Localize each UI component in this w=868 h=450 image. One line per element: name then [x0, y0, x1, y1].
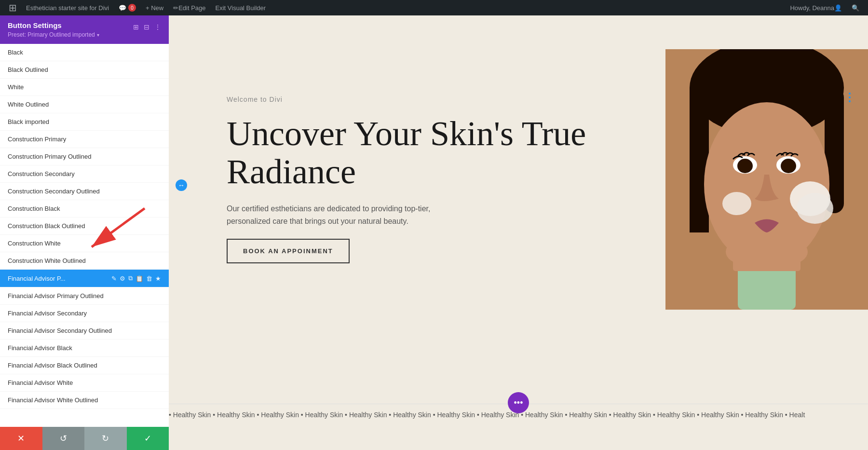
hero-title: Uncover Your Skin's True Radiance — [227, 115, 637, 191]
preset-label-financial-advisor-primary-outlined: Financial Advisor Primary Outlined — [8, 292, 161, 300]
face-illustration — [665, 49, 868, 310]
panel-grid-icon[interactable]: ⊟ — [144, 23, 149, 31]
preset-item-white[interactable]: White — [0, 79, 169, 96]
dot-1 — [849, 93, 851, 95]
preset-label-financial-advisor-white: Financial Advisor White — [8, 379, 161, 386]
panel-preset-dropdown[interactable]: Preset: Primary Outlined imported ▾ — [8, 31, 99, 38]
hero-section: Welcome to Divi Uncover Your Skin's True… — [169, 15, 868, 343]
wordpress-icon: ⊞ — [9, 2, 17, 14]
preset-settings-icon[interactable]: ⚙ — [120, 275, 125, 282]
preset-item-construction-white[interactable]: Construction White — [0, 235, 169, 252]
preset-item-construction-primary-outlined[interactable]: Construction Primary Outlined — [0, 148, 169, 165]
comments-item[interactable]: 💬 0 — [114, 0, 141, 15]
exit-builder-item[interactable]: Exit Visual Builder — [211, 0, 271, 15]
preset-label-financial-advisor-white-outlined: Financial Advisor White Outlined — [8, 396, 161, 404]
preset-item-black-outlined[interactable]: Black Outlined — [0, 61, 169, 79]
preset-item-financial-advisor-primary-outlined[interactable]: Financial Advisor Primary Outlined — [0, 287, 169, 305]
preset-label-construction-black-outlined: Construction Black Outlined — [8, 222, 161, 230]
new-item[interactable]: + New — [141, 0, 168, 15]
preset-item-black[interactable]: Black — [0, 44, 169, 61]
preset-label-black-imported: Black imported — [8, 118, 161, 125]
preset-item-financial-advisor-primary[interactable]: Financial Advisor P... ✎ ⚙ ⧉ 📋 🗑 ★ — [0, 270, 169, 287]
preset-item-construction-primary[interactable]: Construction Primary — [0, 131, 169, 148]
marquee-text: • Healthy Skin • Healthy Skin • Healthy … — [169, 411, 805, 419]
admin-bar: ⊞ Esthetician starter site for Divi 💬 0 … — [0, 0, 868, 15]
preset-label-white-outlined: White Outlined — [8, 101, 161, 108]
preset-label-white: White — [8, 83, 161, 91]
preset-item-financial-advisor-secondary[interactable]: Financial Advisor Secondary — [0, 305, 169, 322]
preset-item-financial-advisor-black[interactable]: Financial Advisor Black — [0, 340, 169, 357]
preset-label-construction-black: Construction Black — [8, 205, 161, 212]
preset-label-construction-primary: Construction Primary — [8, 136, 161, 143]
panel-header: Button Settings Preset: Primary Outlined… — [0, 15, 169, 44]
hero-image — [665, 49, 868, 310]
book-appointment-button[interactable]: BOOK AN APPOINMENT — [227, 239, 350, 263]
undo-button[interactable]: ↺ — [42, 427, 85, 450]
svg-point-13 — [722, 192, 751, 215]
preset-item-construction-white-outlined[interactable]: Construction White Outlined — [0, 252, 169, 270]
hero-welcome-text: Welcome to Divi — [227, 95, 637, 103]
preset-item-black-imported[interactable]: Black imported — [0, 113, 169, 131]
redo-button[interactable]: ↻ — [84, 427, 127, 450]
bottom-toolbar: ✕ ↺ ↻ ✓ — [0, 427, 169, 450]
preset-label-black: Black — [8, 49, 161, 56]
search-admin-item[interactable]: 🔍 — [847, 0, 864, 15]
svg-point-17 — [774, 240, 808, 264]
preset-label-financial-advisor-black-outlined: Financial Advisor Black Outlined — [8, 362, 161, 369]
comment-count: 0 — [128, 4, 136, 12]
preset-label-financial-advisor-black: Financial Advisor Black — [8, 344, 161, 352]
section-options-dots[interactable] — [849, 93, 851, 102]
cancel-button[interactable]: ✕ — [0, 427, 42, 450]
howdy-item[interactable]: Howdy, Deanna 👤 — [785, 0, 847, 15]
site-name[interactable]: Esthetician starter site for Divi — [21, 0, 114, 15]
preset-item-white-outlined[interactable]: White Outlined — [0, 96, 169, 113]
svg-rect-4 — [690, 88, 709, 232]
preset-item-financial-advisor-white[interactable]: Financial Advisor White — [0, 374, 169, 392]
preset-paste-icon[interactable]: 📋 — [136, 275, 143, 282]
admin-bar-right: Howdy, Deanna 👤 🔍 — [785, 0, 864, 15]
confirm-button[interactable]: ✓ — [127, 427, 169, 450]
button-settings-panel: Button Settings Preset: Primary Outlined… — [0, 15, 169, 450]
preset-item-construction-secondary-outlined[interactable]: Construction Secondary Outlined — [0, 183, 169, 200]
panel-title: Button Settings — [8, 21, 99, 29]
preset-label-financial-advisor-secondary: Financial Advisor Secondary — [8, 310, 161, 317]
preset-label-construction-secondary-outlined: Construction Secondary Outlined — [8, 188, 161, 195]
preset-duplicate-icon[interactable]: ⧉ — [128, 274, 133, 282]
preset-delete-icon[interactable]: 🗑 — [146, 275, 152, 282]
preset-label-financial-advisor-secondary-outlined: Financial Advisor Secondary Outlined — [8, 327, 161, 334]
preset-dropdown-arrow: ▾ — [97, 32, 99, 38]
preset-item-financial-advisor-secondary-outlined[interactable]: Financial Advisor Secondary Outlined — [0, 322, 169, 340]
svg-point-10 — [781, 159, 796, 173]
hero-content-left: Welcome to Divi Uncover Your Skin's True… — [169, 67, 665, 293]
hero-image-placeholder — [665, 49, 868, 310]
dot-2 — [849, 96, 851, 98]
preset-item-construction-black[interactable]: Construction Black — [0, 200, 169, 218]
fab-button[interactable]: ••• — [508, 392, 529, 413]
preset-label-construction-secondary: Construction Secondary — [8, 170, 161, 177]
preset-edit-icon[interactable]: ✎ — [111, 275, 117, 282]
preset-item-financial-advisor-white-outlined[interactable]: Financial Advisor White Outlined — [0, 392, 169, 409]
preset-item-financial-advisor-black-outlined[interactable]: Financial Advisor Black Outlined — [0, 357, 169, 374]
preset-list: BlackBlack OutlinedWhiteWhite OutlinedBl… — [0, 44, 169, 450]
main-content-area: ↔ Welcome to Divi Uncover Your Skin's Tr… — [169, 15, 868, 450]
preset-item-construction-secondary[interactable]: Construction Secondary — [0, 165, 169, 183]
preset-actions-financial-advisor-primary: ✎ ⚙ ⧉ 📋 🗑 ★ — [111, 274, 161, 282]
preset-star-icon[interactable]: ★ — [155, 275, 161, 282]
hero-description: Our certified estheticians are dedicated… — [227, 203, 448, 227]
panel-more-icon[interactable]: ⋮ — [154, 23, 161, 31]
dot-3 — [849, 100, 851, 102]
preset-label-construction-primary-outlined: Construction Primary Outlined — [8, 153, 161, 160]
svg-point-12 — [797, 193, 833, 224]
preset-label-construction-white-outlined: Construction White Outlined — [8, 257, 161, 264]
svg-point-9 — [737, 159, 753, 173]
panel-desktop-icon[interactable]: ⊞ — [133, 23, 139, 31]
column-handle[interactable]: ↔ — [176, 179, 187, 191]
wp-logo[interactable]: ⊞ — [4, 0, 21, 15]
svg-rect-14 — [738, 266, 796, 310]
svg-point-16 — [726, 240, 760, 264]
preset-label-black-outlined: Black Outlined — [8, 66, 161, 73]
edit-page-item[interactable]: ✏ Edit Page — [168, 0, 210, 15]
preset-item-construction-black-outlined[interactable]: Construction Black Outlined — [0, 218, 169, 235]
preset-label-financial-advisor-primary: Financial Advisor P... — [8, 275, 111, 282]
preset-label-construction-white: Construction White — [8, 240, 161, 247]
